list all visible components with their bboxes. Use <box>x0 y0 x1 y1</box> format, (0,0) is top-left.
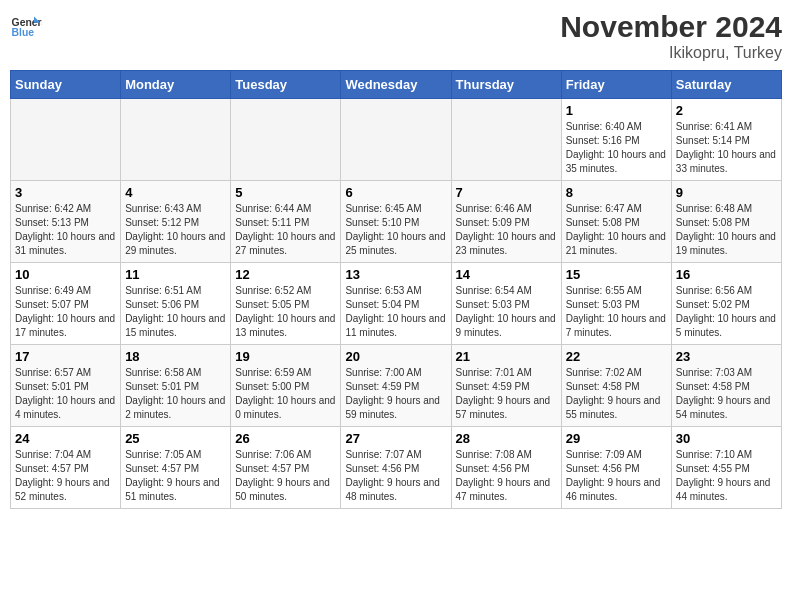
day-info: Sunrise: 7:03 AMSunset: 4:58 PMDaylight:… <box>676 366 777 422</box>
day-number: 15 <box>566 267 667 282</box>
title-block: November 2024 Ikikopru, Turkey <box>560 10 782 62</box>
day-number: 14 <box>456 267 557 282</box>
month-year: November 2024 <box>560 10 782 44</box>
day-number: 19 <box>235 349 336 364</box>
weekday-header: Saturday <box>671 71 781 99</box>
weekday-header: Wednesday <box>341 71 451 99</box>
calendar-day-cell: 19Sunrise: 6:59 AMSunset: 5:00 PMDayligh… <box>231 345 341 427</box>
calendar-day-cell: 11Sunrise: 6:51 AMSunset: 5:06 PMDayligh… <box>121 263 231 345</box>
day-info: Sunrise: 6:58 AMSunset: 5:01 PMDaylight:… <box>125 366 226 422</box>
calendar-day-cell: 4Sunrise: 6:43 AMSunset: 5:12 PMDaylight… <box>121 181 231 263</box>
logo-icon: General Blue <box>10 10 42 42</box>
calendar-week-row: 3Sunrise: 6:42 AMSunset: 5:13 PMDaylight… <box>11 181 782 263</box>
day-number: 28 <box>456 431 557 446</box>
day-number: 5 <box>235 185 336 200</box>
calendar-week-row: 17Sunrise: 6:57 AMSunset: 5:01 PMDayligh… <box>11 345 782 427</box>
day-number: 29 <box>566 431 667 446</box>
weekday-header: Tuesday <box>231 71 341 99</box>
svg-text:Blue: Blue <box>12 27 35 38</box>
day-info: Sunrise: 6:41 AMSunset: 5:14 PMDaylight:… <box>676 120 777 176</box>
calendar-week-row: 24Sunrise: 7:04 AMSunset: 4:57 PMDayligh… <box>11 427 782 509</box>
calendar-day-cell: 8Sunrise: 6:47 AMSunset: 5:08 PMDaylight… <box>561 181 671 263</box>
day-number: 18 <box>125 349 226 364</box>
day-number: 20 <box>345 349 446 364</box>
day-info: Sunrise: 6:46 AMSunset: 5:09 PMDaylight:… <box>456 202 557 258</box>
calendar-week-row: 1Sunrise: 6:40 AMSunset: 5:16 PMDaylight… <box>11 99 782 181</box>
calendar-day-cell: 7Sunrise: 6:46 AMSunset: 5:09 PMDaylight… <box>451 181 561 263</box>
day-number: 21 <box>456 349 557 364</box>
calendar-table: SundayMondayTuesdayWednesdayThursdayFrid… <box>10 70 782 509</box>
day-info: Sunrise: 6:45 AMSunset: 5:10 PMDaylight:… <box>345 202 446 258</box>
day-info: Sunrise: 7:09 AMSunset: 4:56 PMDaylight:… <box>566 448 667 504</box>
calendar-day-cell: 17Sunrise: 6:57 AMSunset: 5:01 PMDayligh… <box>11 345 121 427</box>
day-info: Sunrise: 7:08 AMSunset: 4:56 PMDaylight:… <box>456 448 557 504</box>
day-info: Sunrise: 6:56 AMSunset: 5:02 PMDaylight:… <box>676 284 777 340</box>
day-info: Sunrise: 7:01 AMSunset: 4:59 PMDaylight:… <box>456 366 557 422</box>
day-number: 16 <box>676 267 777 282</box>
day-number: 25 <box>125 431 226 446</box>
day-number: 13 <box>345 267 446 282</box>
day-info: Sunrise: 6:44 AMSunset: 5:11 PMDaylight:… <box>235 202 336 258</box>
logo: General Blue <box>10 10 46 42</box>
calendar-day-cell: 30Sunrise: 7:10 AMSunset: 4:55 PMDayligh… <box>671 427 781 509</box>
calendar-day-cell: 18Sunrise: 6:58 AMSunset: 5:01 PMDayligh… <box>121 345 231 427</box>
calendar-day-cell <box>231 99 341 181</box>
calendar-day-cell: 2Sunrise: 6:41 AMSunset: 5:14 PMDaylight… <box>671 99 781 181</box>
day-number: 9 <box>676 185 777 200</box>
day-number: 11 <box>125 267 226 282</box>
day-number: 4 <box>125 185 226 200</box>
day-number: 2 <box>676 103 777 118</box>
page-header: General Blue November 2024 Ikikopru, Tur… <box>10 10 782 62</box>
day-number: 22 <box>566 349 667 364</box>
calendar-day-cell: 21Sunrise: 7:01 AMSunset: 4:59 PMDayligh… <box>451 345 561 427</box>
calendar-day-cell: 12Sunrise: 6:52 AMSunset: 5:05 PMDayligh… <box>231 263 341 345</box>
location: Ikikopru, Turkey <box>560 44 782 62</box>
calendar-day-cell <box>11 99 121 181</box>
calendar-day-cell <box>341 99 451 181</box>
day-info: Sunrise: 7:04 AMSunset: 4:57 PMDaylight:… <box>15 448 116 504</box>
day-info: Sunrise: 6:52 AMSunset: 5:05 PMDaylight:… <box>235 284 336 340</box>
calendar-day-cell: 13Sunrise: 6:53 AMSunset: 5:04 PMDayligh… <box>341 263 451 345</box>
day-number: 17 <box>15 349 116 364</box>
day-info: Sunrise: 7:10 AMSunset: 4:55 PMDaylight:… <box>676 448 777 504</box>
day-number: 24 <box>15 431 116 446</box>
day-info: Sunrise: 6:54 AMSunset: 5:03 PMDaylight:… <box>456 284 557 340</box>
day-number: 12 <box>235 267 336 282</box>
day-info: Sunrise: 7:00 AMSunset: 4:59 PMDaylight:… <box>345 366 446 422</box>
day-info: Sunrise: 6:40 AMSunset: 5:16 PMDaylight:… <box>566 120 667 176</box>
day-number: 30 <box>676 431 777 446</box>
day-number: 10 <box>15 267 116 282</box>
weekday-header-row: SundayMondayTuesdayWednesdayThursdayFrid… <box>11 71 782 99</box>
day-info: Sunrise: 6:53 AMSunset: 5:04 PMDaylight:… <box>345 284 446 340</box>
calendar-week-row: 10Sunrise: 6:49 AMSunset: 5:07 PMDayligh… <box>11 263 782 345</box>
day-number: 26 <box>235 431 336 446</box>
calendar-day-cell <box>451 99 561 181</box>
day-info: Sunrise: 7:07 AMSunset: 4:56 PMDaylight:… <box>345 448 446 504</box>
day-info: Sunrise: 6:43 AMSunset: 5:12 PMDaylight:… <box>125 202 226 258</box>
calendar-day-cell: 1Sunrise: 6:40 AMSunset: 5:16 PMDaylight… <box>561 99 671 181</box>
calendar-day-cell: 25Sunrise: 7:05 AMSunset: 4:57 PMDayligh… <box>121 427 231 509</box>
calendar-day-cell: 22Sunrise: 7:02 AMSunset: 4:58 PMDayligh… <box>561 345 671 427</box>
day-number: 8 <box>566 185 667 200</box>
day-info: Sunrise: 7:02 AMSunset: 4:58 PMDaylight:… <box>566 366 667 422</box>
day-info: Sunrise: 6:57 AMSunset: 5:01 PMDaylight:… <box>15 366 116 422</box>
calendar-day-cell: 26Sunrise: 7:06 AMSunset: 4:57 PMDayligh… <box>231 427 341 509</box>
day-info: Sunrise: 6:42 AMSunset: 5:13 PMDaylight:… <box>15 202 116 258</box>
day-number: 6 <box>345 185 446 200</box>
day-number: 7 <box>456 185 557 200</box>
calendar-day-cell: 29Sunrise: 7:09 AMSunset: 4:56 PMDayligh… <box>561 427 671 509</box>
calendar-day-cell: 15Sunrise: 6:55 AMSunset: 5:03 PMDayligh… <box>561 263 671 345</box>
day-info: Sunrise: 6:49 AMSunset: 5:07 PMDaylight:… <box>15 284 116 340</box>
calendar-day-cell: 24Sunrise: 7:04 AMSunset: 4:57 PMDayligh… <box>11 427 121 509</box>
calendar-day-cell <box>121 99 231 181</box>
day-info: Sunrise: 6:51 AMSunset: 5:06 PMDaylight:… <box>125 284 226 340</box>
day-number: 1 <box>566 103 667 118</box>
day-info: Sunrise: 6:59 AMSunset: 5:00 PMDaylight:… <box>235 366 336 422</box>
weekday-header: Thursday <box>451 71 561 99</box>
calendar-day-cell: 16Sunrise: 6:56 AMSunset: 5:02 PMDayligh… <box>671 263 781 345</box>
weekday-header: Friday <box>561 71 671 99</box>
calendar-day-cell: 27Sunrise: 7:07 AMSunset: 4:56 PMDayligh… <box>341 427 451 509</box>
day-info: Sunrise: 7:05 AMSunset: 4:57 PMDaylight:… <box>125 448 226 504</box>
day-number: 23 <box>676 349 777 364</box>
calendar-day-cell: 23Sunrise: 7:03 AMSunset: 4:58 PMDayligh… <box>671 345 781 427</box>
